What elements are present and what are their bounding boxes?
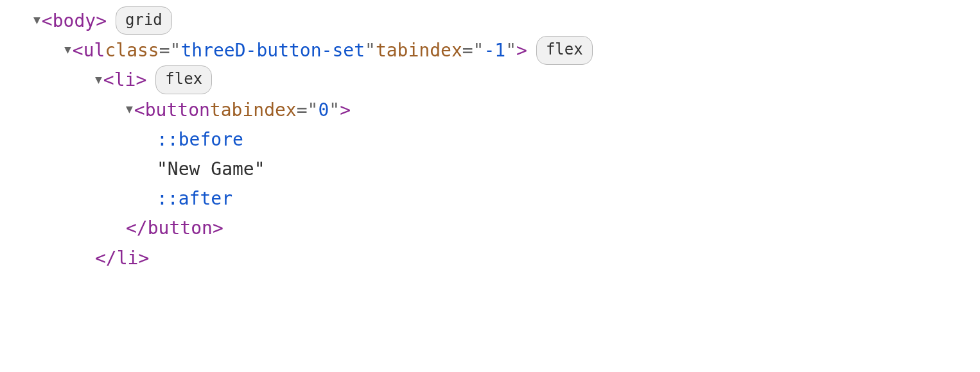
pseudo-element: ::after [157,184,232,214]
attr-name: tabindex [376,36,462,65]
tree-row[interactable]: ▼<li>flex [13,65,967,95]
dom-tree-panel[interactable]: ▼<body>grid▼<ul class="threeD-button-set… [13,6,967,273]
tag-open-bracket: </ [126,214,148,243]
tree-row[interactable]: ▼<body>grid [13,6,967,36]
attr-quote: " [329,96,340,125]
tree-row[interactable]: ::before [13,125,967,155]
tag-close-bracket: > [136,65,146,95]
tag-name: li [114,65,136,95]
tag-open-bracket: < [42,6,53,36]
tag-name: ul [83,36,105,65]
attr-equals: = [159,36,170,65]
attr-value: threeD-button-set [180,36,365,65]
tag-open-bracket: < [103,65,114,95]
attr-quote: " [473,36,484,65]
tag-name: button [148,214,213,243]
pseudo-element: ::before [157,125,243,155]
tree-row[interactable]: ::after [13,184,967,214]
attr-name: tabindex [210,96,297,125]
tag-open-bracket: </ [95,244,117,273]
expand-arrow-icon[interactable]: ▼ [64,40,71,59]
expand-arrow-icon[interactable]: ▼ [126,99,133,119]
tree-row[interactable]: </button> [13,214,967,243]
tag-name: button [145,96,210,125]
attr-quote: " [365,36,376,65]
attr-equals: = [297,96,308,125]
tree-row[interactable]: ▼<button tabindex="0"> [13,96,967,125]
attr-value: -1 [484,36,505,65]
tag-close-bracket: > [96,6,107,36]
attr-value: 0 [318,96,329,125]
attr-quote: " [170,36,181,65]
tag-name: li [117,244,139,273]
layout-badge[interactable]: flex [536,36,593,65]
expand-arrow-icon[interactable]: ▼ [33,10,40,30]
tag-close-bracket: > [138,244,149,273]
attr-name: class [105,36,159,65]
tree-row[interactable]: ▼<ul class="threeD-button-set" tabindex=… [13,36,967,65]
tag-open-bracket: < [73,36,83,65]
attr-equals: = [462,36,473,65]
tag-close-bracket: > [213,214,223,243]
tree-row[interactable]: </li> [13,244,967,273]
attr-quote: " [505,36,516,65]
text-node: "New Game" [157,155,265,184]
attr-quote: " [308,96,319,125]
tag-close-bracket: > [516,36,527,65]
expand-arrow-icon[interactable]: ▼ [95,70,102,89]
tree-row[interactable]: "New Game" [13,155,967,184]
tag-name: body [53,6,96,36]
tag-open-bracket: < [134,96,145,125]
layout-badge[interactable]: grid [116,6,172,35]
tag-close-bracket: > [340,96,351,125]
layout-badge[interactable]: flex [155,65,212,94]
